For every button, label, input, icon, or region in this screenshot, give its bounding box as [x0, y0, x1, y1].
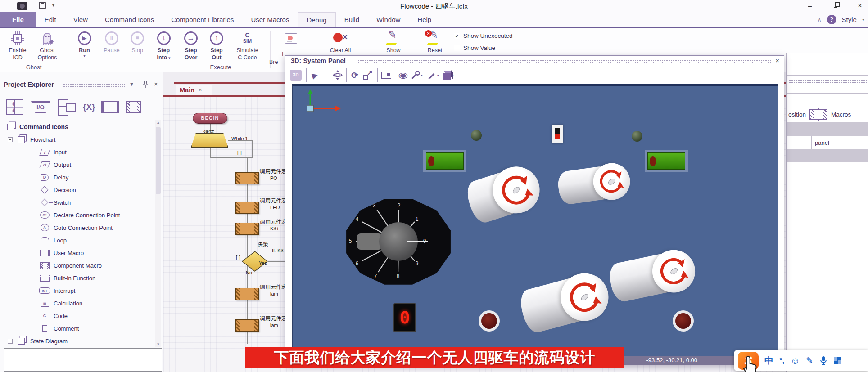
panel-drag-handle[interactable] [63, 83, 125, 88]
windows-icon[interactable] [58, 99, 77, 115]
sphere-object[interactable] [632, 131, 642, 142]
resize-tool-icon[interactable] [363, 70, 373, 80]
scroll-up-icon[interactable] [155, 120, 161, 125]
menu-item[interactable]: Command Icons [96, 12, 163, 27]
grid-add-icon[interactable] [6, 99, 23, 115]
led-bar-object[interactable] [426, 152, 464, 170]
tree-item[interactable]: Loop [0, 234, 153, 247]
viewport-3d[interactable]: 0123456789 0 [292, 84, 778, 357]
ghost-options-button[interactable]: Ghost Options [32, 30, 62, 61]
collapse-ribbon-icon[interactable] [818, 17, 822, 23]
panel-drag-handle[interactable] [789, 79, 868, 84]
io-icon[interactable] [30, 101, 51, 113]
system-panel-titlebar[interactable]: 3D: System Panel [285, 56, 784, 67]
step-into-button[interactable]: Step Into ▾ [151, 30, 176, 62]
tree-item[interactable]: Code [0, 309, 153, 322]
menu-item[interactable]: Edit [36, 12, 65, 27]
emoji-icon[interactable]: ☺ [791, 355, 800, 366]
menu-item[interactable]: File [0, 12, 36, 27]
run-button[interactable]: Run ▾ [72, 30, 97, 58]
menu-item[interactable]: User Macros [242, 12, 298, 27]
toggle-breakpoint-button[interactable]: T Bre [277, 30, 304, 47]
menu-item[interactable]: Debug [298, 12, 335, 27]
system-panel-3d-window[interactable]: 3D: System Panel [285, 55, 784, 365]
tab-close-icon[interactable]: × [199, 86, 202, 93]
cursor-tool-button[interactable] [306, 68, 324, 82]
motor-object[interactable] [556, 159, 633, 209]
tree-item[interactable]: Component Macro [0, 259, 153, 272]
chinese-mode-icon[interactable]: 中 [764, 354, 773, 367]
eye-icon[interactable] [400, 71, 407, 80]
tree-item[interactable]: Declare Connection Point [0, 209, 153, 221]
show-value-checkbox[interactable] [454, 45, 460, 51]
enable-icd-button[interactable]: Enable ICD [4, 30, 32, 61]
wheel-object[interactable] [673, 310, 694, 332]
show-unexecuted-checkbox[interactable] [454, 33, 460, 39]
tree-item[interactable]: Delay [0, 171, 153, 184]
project-explorer-header[interactable]: Project Explorer [0, 79, 163, 92]
pin-icon[interactable] [142, 81, 149, 89]
close-button[interactable] [852, 1, 868, 11]
scroll-down-icon[interactable] [155, 341, 161, 347]
motor-object[interactable] [606, 243, 700, 307]
tree-expand-toggle[interactable] [8, 137, 13, 142]
tree-item[interactable]: Output [0, 158, 153, 171]
pan-tool-button[interactable] [329, 68, 347, 82]
macro-icon[interactable] [101, 101, 119, 113]
minimize-button[interactable] [802, 1, 818, 11]
handwriting-pen-icon[interactable]: ✎ [806, 355, 813, 366]
tree-item[interactable]: Interrupt [0, 284, 153, 297]
right-panel-row[interactable] [787, 149, 868, 162]
panel-drag-handle[interactable] [357, 59, 772, 64]
tree-item[interactable]: State Diagram [0, 335, 153, 347]
tree-item[interactable]: Input [0, 146, 153, 158]
help-icon[interactable] [827, 15, 836, 24]
tree-expand-toggle[interactable] [8, 339, 13, 344]
style-button[interactable]: Style [842, 16, 857, 23]
tree-item[interactable]: Goto Connection Point [0, 221, 153, 234]
panel-close-icon[interactable] [154, 80, 158, 88]
sphere-object[interactable] [471, 130, 482, 141]
system-panel-close-icon[interactable] [775, 57, 779, 64]
motor-object[interactable] [516, 265, 615, 340]
cube-3d-icon[interactable] [290, 70, 302, 81]
rotary-dial-object[interactable]: 0123456789 [344, 197, 452, 286]
menu-item[interactable]: Build [336, 12, 368, 27]
switch-object[interactable] [552, 125, 563, 143]
restore-button[interactable] [828, 1, 844, 11]
microphone-icon[interactable] [819, 356, 828, 366]
menu-item[interactable]: Component Libraries [163, 12, 242, 27]
show-value-checkbox-row[interactable]: Show Value [454, 45, 495, 51]
tree-item[interactable]: Built-in Function [0, 272, 153, 284]
rotate-tool-icon[interactable] [351, 70, 358, 81]
tree-item[interactable]: Decision [0, 184, 153, 196]
panel-menu-caret-icon[interactable] [129, 81, 134, 87]
menu-item[interactable]: Help [409, 12, 440, 27]
style-caret-icon[interactable] [862, 17, 864, 22]
simulate-c-code-button[interactable]: CSIM Simulate C Code [231, 30, 264, 61]
viewport-tool-button[interactable] [377, 68, 395, 82]
step-out-button[interactable]: Step Out [205, 30, 228, 61]
wrench-tool-button[interactable] [411, 71, 423, 80]
right-panel-row[interactable] [787, 122, 868, 136]
tree-item[interactable]: Command Icons [0, 121, 153, 133]
menu-item[interactable]: Window [368, 12, 409, 27]
clear-all-breakpoints-button[interactable]: Clear All [327, 30, 354, 54]
tree-item[interactable]: Calculation [0, 297, 153, 309]
brush-tool-button[interactable] [427, 71, 439, 80]
tree-item[interactable]: User Macro [0, 247, 153, 259]
box-tool-button[interactable] [443, 71, 454, 80]
tree-item[interactable]: Switch [0, 196, 153, 209]
step-over-button[interactable]: Step Over [179, 30, 203, 61]
led-bar-object[interactable] [647, 152, 685, 170]
tab-main[interactable]: Main × [176, 85, 212, 95]
menu-item[interactable]: View [65, 12, 96, 27]
ime-menu-grid-icon[interactable] [834, 357, 841, 364]
variables-icon[interactable] [83, 100, 95, 114]
explorer-scrollbar[interactable] [155, 120, 161, 347]
show-unexecuted-checkbox-row[interactable]: Show Unexecuted [454, 32, 513, 39]
right-panel-cell[interactable]: panel [815, 139, 829, 146]
wheel-object[interactable] [479, 310, 500, 332]
motor-object[interactable] [462, 157, 547, 230]
seven-segment-display[interactable]: 0 [393, 303, 416, 332]
